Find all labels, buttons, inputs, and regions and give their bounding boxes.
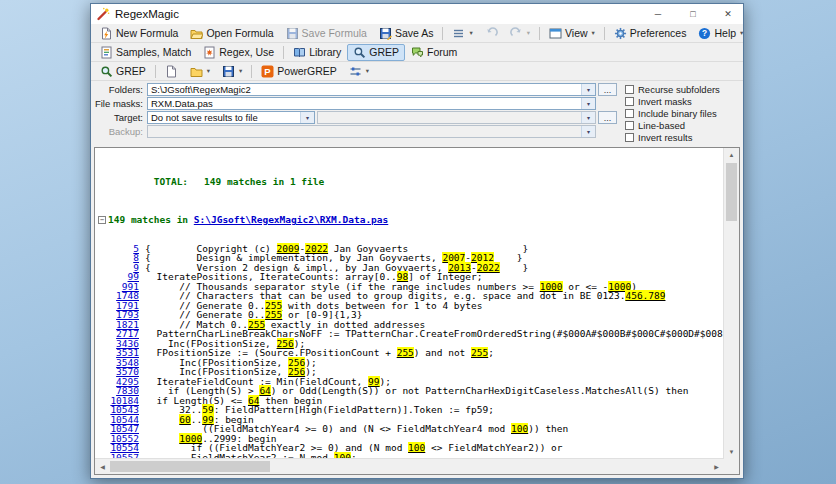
tab-grep-label: GREP: [369, 46, 399, 58]
code-segment: )) then: [528, 423, 568, 434]
combo-arrow-icon[interactable]: ▾: [300, 112, 314, 123]
grep-settings-form: Folders: S:\JGsoft\RegexMagic2 ▾ ... Fil…: [91, 81, 743, 145]
line-based-checkbox[interactable]: Line-based: [625, 120, 739, 131]
redo-button[interactable]: ▾: [504, 25, 536, 42]
target-row: Target: Do not save results to file ▾ ▾ …: [93, 111, 617, 124]
scroll-down-icon[interactable]: ▼: [724, 444, 739, 459]
scroll-up-icon[interactable]: ▲: [724, 148, 739, 163]
scroll-left-icon[interactable]: ◀: [95, 459, 110, 474]
vertical-scroll-track[interactable]: [724, 163, 739, 445]
preferences-button[interactable]: Preferences: [608, 25, 693, 42]
dropdown-arrow-icon: ▾: [239, 67, 242, 75]
help-button[interactable]: ?Help▾: [692, 25, 749, 42]
tab-grep[interactable]: GREP: [347, 44, 405, 61]
invert-masks-checkbox-label: Invert masks: [638, 96, 692, 107]
code-segment: ;: [488, 347, 494, 358]
toolbar-separator: [539, 27, 540, 40]
backup-label: Backup:: [93, 126, 143, 137]
code-segment: <> FieldMatchYear2)) or: [425, 442, 562, 453]
combo-arrow-icon[interactable]: ▾: [581, 98, 595, 109]
maximize-button[interactable]: □: [678, 4, 708, 24]
regexmagic-window: RegexMagic ─ □ ✕ New FormulaOpen Formula…: [90, 3, 744, 479]
tab-forum-label: Forum: [427, 46, 457, 58]
invert-results-checkbox[interactable]: Invert results: [625, 132, 739, 143]
svg-text:P: P: [265, 66, 272, 77]
file-link[interactable]: S:\JGsoft\RegexMagic2\RXM.Data.pas: [194, 215, 388, 225]
views-toolbar: Samples, MatchRegex, UseLibraryGREPForum: [91, 43, 743, 62]
grep-run-button[interactable]: GREP: [94, 63, 152, 80]
horizontal-scroll-track[interactable]: [110, 459, 709, 474]
open-grep-icon: [190, 65, 203, 78]
minimize-button[interactable]: ─: [643, 4, 673, 24]
file-masks-row: File masks: RXM.Data.pas ▾: [93, 97, 617, 110]
total-text: 149 matches in 1 file: [204, 176, 324, 187]
tab-library[interactable]: Library: [287, 44, 347, 61]
invert-masks-checkbox[interactable]: Invert masks: [625, 96, 739, 107]
file-masks-value: RXM.Data.pas: [148, 98, 581, 109]
horizontal-scroll-thumb[interactable]: [110, 461, 270, 472]
toolbar-separator: [155, 65, 156, 78]
checkbox-icon[interactable]: [625, 97, 634, 106]
new-formula-button[interactable]: New Formula: [94, 25, 184, 42]
checkbox-icon[interactable]: [625, 85, 634, 94]
total-line: TOTAL:149 matches in 1 file: [97, 168, 724, 197]
open-formula-icon: [190, 27, 203, 40]
tab-forum[interactable]: Forum: [405, 44, 463, 61]
open-formula-button[interactable]: Open Formula: [184, 25, 279, 42]
powergrep-button[interactable]: PPowerGREP: [255, 63, 343, 80]
svg-text:?: ?: [702, 28, 707, 38]
close-button[interactable]: ✕: [713, 4, 743, 24]
vertical-scroll-thumb[interactable]: [726, 163, 737, 221]
include-binary-files-checkbox-label: Include binary files: [638, 108, 717, 119]
toolbar-separator: [283, 46, 284, 59]
samples-icon: [100, 46, 113, 59]
grep-toolbar: GREP▾▾PPowerGREP▾: [91, 62, 743, 81]
powergrep-icon: P: [261, 65, 274, 78]
collapse-toggle[interactable]: −: [98, 216, 106, 224]
target-type-select[interactable]: Do not save results to file ▾: [147, 111, 315, 124]
grep-new-button[interactable]: [159, 63, 184, 80]
recurse-subfolders-checkbox[interactable]: Recurse subfolders: [625, 84, 739, 95]
checkbox-icon[interactable]: [625, 133, 634, 142]
undo-button[interactable]: [479, 25, 504, 42]
file-line: − 149 matches in S:\JGsoft\RegexMagic2\R…: [97, 215, 724, 225]
folders-browse-button[interactable]: ...: [598, 83, 617, 96]
dropdown-arrow-icon: ▾: [469, 29, 472, 37]
save-as-button[interactable]: Save As: [373, 25, 440, 42]
view-button[interactable]: View▾: [543, 25, 601, 42]
save-formula-button[interactable]: Save Formula: [280, 25, 373, 42]
tab-samples-match-label: Samples, Match: [116, 46, 191, 58]
folders-combobox[interactable]: S:\JGsoft\RegexMagic2 ▾: [147, 83, 596, 96]
file-masks-combobox[interactable]: RXM.Data.pas ▾: [147, 97, 596, 110]
line-based-checkbox-label: Line-based: [638, 120, 685, 131]
target-file-combobox: ▾: [317, 111, 596, 124]
tab-regex-use[interactable]: Regex, Use: [197, 44, 280, 61]
dropdown-arrow-icon: ▾: [740, 29, 743, 37]
match-highlight: 456.789: [625, 290, 665, 301]
include-binary-files-checkbox[interactable]: Include binary files: [625, 108, 739, 119]
checkbox-icon[interactable]: [625, 121, 634, 130]
total-label: TOTAL:: [154, 176, 188, 187]
history-button[interactable]: ▾: [446, 25, 478, 42]
dropdown-arrow-icon: ▾: [592, 29, 595, 37]
vertical-scrollbar[interactable]: ▲ ▼: [723, 148, 739, 460]
match-highlight: 255: [397, 347, 414, 358]
main-toolbar: New FormulaOpen FormulaSave FormulaSave …: [91, 24, 743, 43]
combo-arrow-icon[interactable]: ▾: [581, 84, 595, 95]
tab-samples-match[interactable]: Samples, Match: [94, 44, 197, 61]
horizontal-scrollbar[interactable]: ◀ ▶: [95, 458, 724, 474]
help-button-label: Help: [714, 27, 736, 39]
scroll-right-icon[interactable]: ▶: [709, 459, 724, 474]
grep-tab-icon: [353, 46, 366, 59]
checkbox-icon[interactable]: [625, 109, 634, 118]
new-formula-button-label: New Formula: [116, 27, 178, 39]
title-bar: RegexMagic ─ □ ✕: [91, 4, 743, 24]
grep-settings-button[interactable]: ▾: [343, 63, 375, 80]
dropdown-arrow-icon: ▾: [366, 67, 369, 75]
app-icon: [96, 7, 110, 21]
grep-fields: Folders: S:\JGsoft\RegexMagic2 ▾ ... Fil…: [93, 83, 617, 143]
forum-icon: [411, 46, 424, 59]
grep-open-button[interactable]: ▾: [184, 63, 216, 80]
grep-save-button[interactable]: ▾: [216, 63, 248, 80]
target-browse-button[interactable]: ...: [598, 111, 617, 124]
